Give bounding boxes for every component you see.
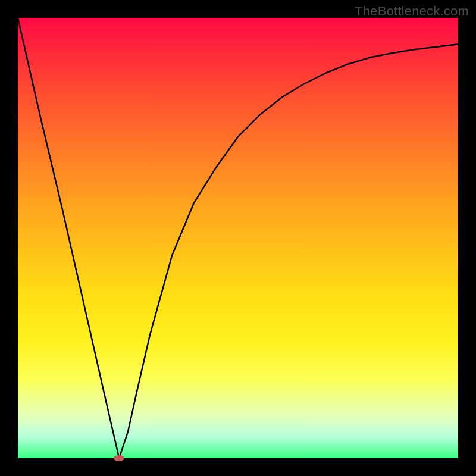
plot-area <box>18 18 458 458</box>
minimum-marker <box>114 455 124 461</box>
curve-path <box>18 18 458 458</box>
bottleneck-curve <box>18 18 458 458</box>
chart-frame: TheBottleneck.com <box>0 0 476 476</box>
watermark-text: TheBottleneck.com <box>355 4 469 19</box>
